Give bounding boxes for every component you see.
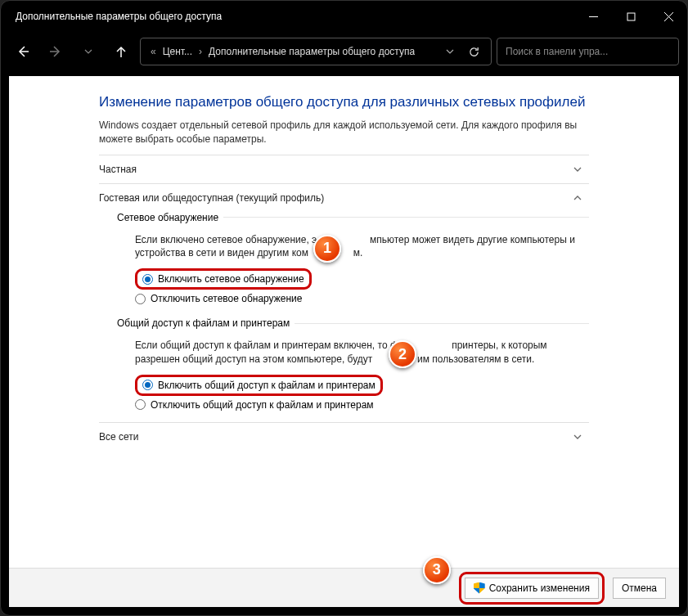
- window: Дополнительные параметры общего доступа: [0, 0, 688, 616]
- maximize-button[interactable]: [612, 1, 650, 32]
- cancel-button[interactable]: Отмена: [613, 578, 666, 599]
- breadcrumb-sep: ›: [196, 46, 205, 57]
- recent-dropdown[interactable]: [74, 38, 102, 65]
- save-button[interactable]: Сохранить изменения: [465, 578, 599, 599]
- content-area: Изменение параметров общего доступа для …: [9, 76, 679, 568]
- footer: 3 Сохранить изменения Отмена: [9, 568, 679, 607]
- window-title: Дополнительные параметры общего доступа: [16, 11, 222, 22]
- group-network-discovery-text: Если включено сетевое обнаружение, э мпь…: [117, 228, 589, 268]
- divider: [295, 323, 589, 324]
- radio-icon: [142, 274, 153, 285]
- minimize-button[interactable]: [574, 1, 612, 32]
- section-private[interactable]: Частная: [99, 155, 589, 183]
- breadcrumb-part-2[interactable]: Дополнительные параметры общего доступа: [209, 46, 415, 57]
- section-guest[interactable]: Гостевая или общедоступная (текущий проф…: [99, 183, 589, 212]
- section-guest-body: Сетевое обнаружение Если включено сетево…: [99, 212, 589, 412]
- radio-label: Отключить общий доступ к файлам и принте…: [151, 399, 374, 411]
- save-button-label: Сохранить изменения: [489, 582, 590, 594]
- refresh-button[interactable]: [463, 38, 484, 65]
- titlebar: Дополнительные параметры общего доступа: [1, 1, 687, 32]
- sections: Частная Гостевая или общедоступная (теку…: [9, 155, 679, 451]
- address-bar[interactable]: « Цент... › Дополнительные параметры общ…: [140, 38, 492, 65]
- highlight-2: Включить общий доступ к файлам и принтер…: [135, 375, 383, 396]
- chevron-down-icon: [573, 432, 589, 442]
- radio-label: Включить общий доступ к файлам и принтер…: [158, 380, 375, 391]
- annotation-badge-3: 3: [423, 556, 451, 584]
- group-file-sharing: Общий доступ к файлам и принтерам: [117, 317, 589, 329]
- cancel-button-label: Отмена: [622, 582, 657, 594]
- breadcrumb-part-1[interactable]: Цент...: [163, 46, 192, 57]
- group-file-sharing-text: Если общий доступ к файлам и принтерам в…: [117, 334, 589, 373]
- breadcrumb-prefix: «: [147, 46, 160, 57]
- group-network-discovery-label: Сетевое обнаружение: [117, 212, 218, 223]
- up-button[interactable]: [107, 38, 135, 65]
- page-heading: Изменение параметров общего доступа для …: [9, 76, 679, 119]
- back-button[interactable]: [9, 38, 37, 65]
- radio-network-discovery-on[interactable]: Включить сетевое обнаружение: [117, 267, 589, 291]
- forward-button[interactable]: [42, 38, 70, 65]
- chevron-down-icon: [573, 164, 589, 174]
- page-description: Windows создает отдельный сетевой профил…: [9, 119, 679, 155]
- window-controls: [574, 1, 687, 32]
- navbar: « Цент... › Дополнительные параметры общ…: [1, 32, 687, 71]
- highlight-1: Включить сетевое обнаружение: [135, 268, 312, 290]
- address-dropdown[interactable]: [440, 47, 460, 56]
- radio-icon: [142, 380, 153, 390]
- radio-network-discovery-off[interactable]: Отключить сетевое обнаружение: [117, 291, 589, 306]
- svg-rect-1: [627, 13, 635, 20]
- group-file-sharing-label: Общий доступ к файлам и принтерам: [117, 317, 290, 329]
- group-network-discovery: Сетевое обнаружение: [117, 212, 589, 223]
- section-guest-title: Гостевая или общедоступная (текущий проф…: [99, 192, 324, 204]
- chevron-up-icon: [573, 193, 589, 203]
- search-placeholder: Поиск в панели упра...: [506, 46, 608, 57]
- section-all-networks-title: Все сети: [99, 431, 139, 443]
- radio-label: Отключить сетевое обнаружение: [151, 293, 302, 304]
- shield-icon: [474, 582, 485, 594]
- search-input[interactable]: Поиск в панели упра...: [497, 38, 679, 65]
- radio-icon: [135, 294, 146, 304]
- radio-file-sharing-on[interactable]: Включить общий доступ к файлам и принтер…: [117, 373, 589, 398]
- annotation-badge-2: 2: [389, 340, 416, 368]
- radio-file-sharing-off[interactable]: Отключить общий доступ к файлам и принте…: [117, 398, 589, 412]
- annotation-badge-1: 1: [313, 235, 341, 263]
- radio-label: Включить сетевое обнаружение: [158, 273, 304, 285]
- highlight-3: Сохранить изменения: [459, 572, 605, 605]
- divider: [223, 217, 589, 218]
- section-private-title: Частная: [99, 164, 137, 175]
- close-button[interactable]: [650, 1, 687, 32]
- radio-icon: [135, 399, 146, 410]
- section-all-networks[interactable]: Все сети: [99, 422, 589, 451]
